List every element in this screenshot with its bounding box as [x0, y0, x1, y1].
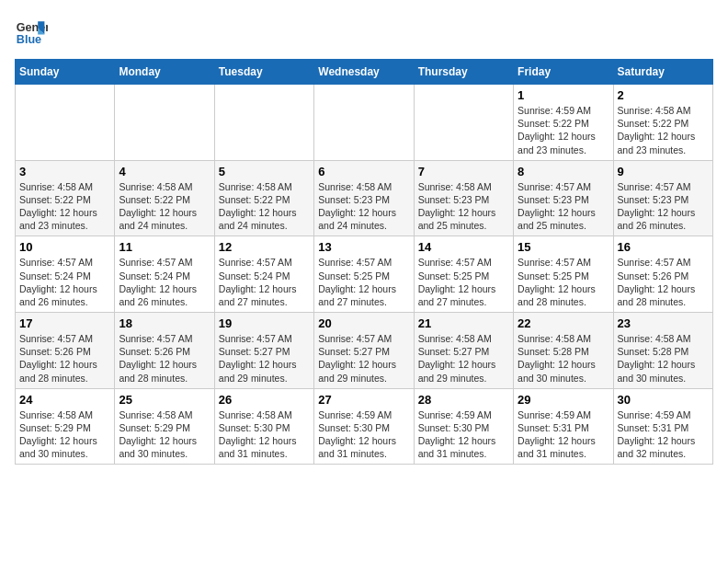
day-info: Sunrise: 4:59 AM Sunset: 5:22 PM Dayligh… [518, 104, 609, 156]
day-number: 26 [219, 393, 310, 407]
day-number: 10 [19, 240, 110, 254]
calendar-cell [214, 85, 313, 161]
weekday-header-monday: Monday [115, 60, 214, 85]
week-row-1: 1Sunrise: 4:59 AM Sunset: 5:22 PM Daylig… [16, 85, 713, 161]
calendar-cell: 27Sunrise: 4:59 AM Sunset: 5:30 PM Dayli… [314, 388, 414, 465]
calendar-cell: 11Sunrise: 4:57 AM Sunset: 5:24 PM Dayli… [115, 236, 214, 313]
day-info: Sunrise: 4:57 AM Sunset: 5:26 PM Dayligh… [618, 256, 709, 308]
calendar-cell: 1Sunrise: 4:59 AM Sunset: 5:22 PM Daylig… [514, 85, 613, 161]
day-info: Sunrise: 4:58 AM Sunset: 5:29 PM Dayligh… [19, 408, 110, 461]
calendar-cell: 26Sunrise: 4:58 AM Sunset: 5:30 PM Dayli… [214, 388, 313, 465]
calendar-cell: 5Sunrise: 4:58 AM Sunset: 5:22 PM Daylig… [214, 160, 313, 236]
logo-icon: General Blue [15, 15, 48, 48]
day-number: 1 [518, 88, 609, 102]
calendar-cell: 9Sunrise: 4:57 AM Sunset: 5:23 PM Daylig… [613, 160, 712, 236]
day-info: Sunrise: 4:58 AM Sunset: 5:30 PM Dayligh… [219, 408, 310, 461]
calendar-cell: 6Sunrise: 4:58 AM Sunset: 5:23 PM Daylig… [314, 160, 414, 236]
day-info: Sunrise: 4:57 AM Sunset: 5:24 PM Dayligh… [219, 256, 310, 308]
calendar-cell: 8Sunrise: 4:57 AM Sunset: 5:23 PM Daylig… [514, 160, 613, 236]
calendar-cell: 19Sunrise: 4:57 AM Sunset: 5:27 PM Dayli… [214, 313, 313, 389]
calendar-cell [414, 85, 513, 161]
day-info: Sunrise: 4:57 AM Sunset: 5:27 PM Dayligh… [219, 332, 310, 385]
week-row-2: 3Sunrise: 4:58 AM Sunset: 5:22 PM Daylig… [16, 160, 713, 236]
day-number: 27 [318, 393, 409, 407]
day-number: 14 [418, 240, 509, 254]
calendar-table: SundayMondayTuesdayWednesdayThursdayFrid… [15, 59, 713, 465]
day-info: Sunrise: 4:58 AM Sunset: 5:28 PM Dayligh… [618, 332, 709, 385]
day-info: Sunrise: 4:57 AM Sunset: 5:23 PM Dayligh… [518, 180, 609, 233]
day-info: Sunrise: 4:57 AM Sunset: 5:26 PM Dayligh… [119, 332, 210, 385]
calendar-cell: 20Sunrise: 4:57 AM Sunset: 5:27 PM Dayli… [314, 313, 414, 389]
logo: General Blue [15, 15, 48, 48]
day-number: 6 [318, 165, 409, 178]
week-row-3: 10Sunrise: 4:57 AM Sunset: 5:24 PM Dayli… [16, 236, 713, 313]
page-header: General Blue [15, 15, 713, 48]
day-number: 16 [618, 240, 709, 254]
calendar-cell: 23Sunrise: 4:58 AM Sunset: 5:28 PM Dayli… [613, 313, 712, 389]
day-info: Sunrise: 4:59 AM Sunset: 5:31 PM Dayligh… [518, 408, 609, 461]
day-info: Sunrise: 4:58 AM Sunset: 5:22 PM Dayligh… [19, 180, 110, 233]
calendar-cell: 10Sunrise: 4:57 AM Sunset: 5:24 PM Dayli… [16, 236, 115, 313]
day-info: Sunrise: 4:57 AM Sunset: 5:27 PM Dayligh… [318, 332, 409, 385]
calendar-cell: 17Sunrise: 4:57 AM Sunset: 5:26 PM Dayli… [16, 313, 115, 389]
day-number: 15 [518, 240, 609, 254]
calendar-cell: 21Sunrise: 4:58 AM Sunset: 5:27 PM Dayli… [414, 313, 513, 389]
day-info: Sunrise: 4:57 AM Sunset: 5:24 PM Dayligh… [19, 256, 110, 308]
day-number: 11 [119, 240, 210, 254]
day-number: 3 [19, 165, 110, 178]
day-number: 4 [119, 165, 210, 178]
day-number: 21 [418, 316, 509, 330]
day-info: Sunrise: 4:58 AM Sunset: 5:23 PM Dayligh… [418, 180, 509, 233]
weekday-header-saturday: Saturday [613, 60, 712, 85]
day-number: 23 [618, 316, 709, 330]
day-number: 12 [219, 240, 310, 254]
day-number: 8 [518, 165, 609, 178]
calendar-cell: 13Sunrise: 4:57 AM Sunset: 5:25 PM Dayli… [314, 236, 414, 313]
day-number: 29 [518, 393, 609, 407]
weekday-header-friday: Friday [514, 60, 613, 85]
weekday-header-row: SundayMondayTuesdayWednesdayThursdayFrid… [16, 60, 713, 85]
day-number: 24 [19, 393, 110, 407]
calendar-cell [115, 85, 214, 161]
day-number: 22 [518, 316, 609, 330]
calendar-cell: 29Sunrise: 4:59 AM Sunset: 5:31 PM Dayli… [514, 388, 613, 465]
day-number: 2 [618, 88, 709, 102]
calendar-cell: 22Sunrise: 4:58 AM Sunset: 5:28 PM Dayli… [514, 313, 613, 389]
day-number: 7 [418, 165, 509, 178]
day-number: 13 [318, 240, 409, 254]
weekday-header-wednesday: Wednesday [314, 60, 414, 85]
calendar-cell: 14Sunrise: 4:57 AM Sunset: 5:25 PM Dayli… [414, 236, 513, 313]
weekday-header-sunday: Sunday [16, 60, 115, 85]
calendar-cell: 16Sunrise: 4:57 AM Sunset: 5:26 PM Dayli… [613, 236, 712, 313]
day-number: 5 [219, 165, 310, 178]
day-number: 25 [119, 393, 210, 407]
calendar-cell: 24Sunrise: 4:58 AM Sunset: 5:29 PM Dayli… [16, 388, 115, 465]
calendar-cell: 15Sunrise: 4:57 AM Sunset: 5:25 PM Dayli… [514, 236, 613, 313]
weekday-header-tuesday: Tuesday [214, 60, 313, 85]
calendar-cell [314, 85, 414, 161]
day-number: 19 [219, 316, 310, 330]
day-info: Sunrise: 4:58 AM Sunset: 5:27 PM Dayligh… [418, 332, 509, 385]
day-info: Sunrise: 4:58 AM Sunset: 5:22 PM Dayligh… [618, 104, 709, 156]
week-row-5: 24Sunrise: 4:58 AM Sunset: 5:29 PM Dayli… [16, 388, 713, 465]
day-number: 28 [418, 393, 509, 407]
calendar-cell: 25Sunrise: 4:58 AM Sunset: 5:29 PM Dayli… [115, 388, 214, 465]
day-number: 30 [618, 393, 709, 407]
day-info: Sunrise: 4:59 AM Sunset: 5:30 PM Dayligh… [318, 408, 409, 461]
day-number: 20 [318, 316, 409, 330]
day-info: Sunrise: 4:57 AM Sunset: 5:26 PM Dayligh… [19, 332, 110, 385]
day-info: Sunrise: 4:58 AM Sunset: 5:23 PM Dayligh… [318, 180, 409, 233]
svg-text:Blue: Blue [17, 33, 41, 46]
calendar-cell: 2Sunrise: 4:58 AM Sunset: 5:22 PM Daylig… [613, 85, 712, 161]
day-info: Sunrise: 4:58 AM Sunset: 5:29 PM Dayligh… [119, 408, 210, 461]
day-info: Sunrise: 4:57 AM Sunset: 5:23 PM Dayligh… [618, 180, 709, 233]
calendar-cell: 30Sunrise: 4:59 AM Sunset: 5:31 PM Dayli… [613, 388, 712, 465]
calendar-cell: 7Sunrise: 4:58 AM Sunset: 5:23 PM Daylig… [414, 160, 513, 236]
day-info: Sunrise: 4:58 AM Sunset: 5:22 PM Dayligh… [219, 180, 310, 233]
day-number: 18 [119, 316, 210, 330]
day-info: Sunrise: 4:57 AM Sunset: 5:25 PM Dayligh… [518, 256, 609, 308]
weekday-header-thursday: Thursday [414, 60, 513, 85]
day-info: Sunrise: 4:57 AM Sunset: 5:25 PM Dayligh… [418, 256, 509, 308]
week-row-4: 17Sunrise: 4:57 AM Sunset: 5:26 PM Dayli… [16, 313, 713, 389]
calendar-cell: 12Sunrise: 4:57 AM Sunset: 5:24 PM Dayli… [214, 236, 313, 313]
